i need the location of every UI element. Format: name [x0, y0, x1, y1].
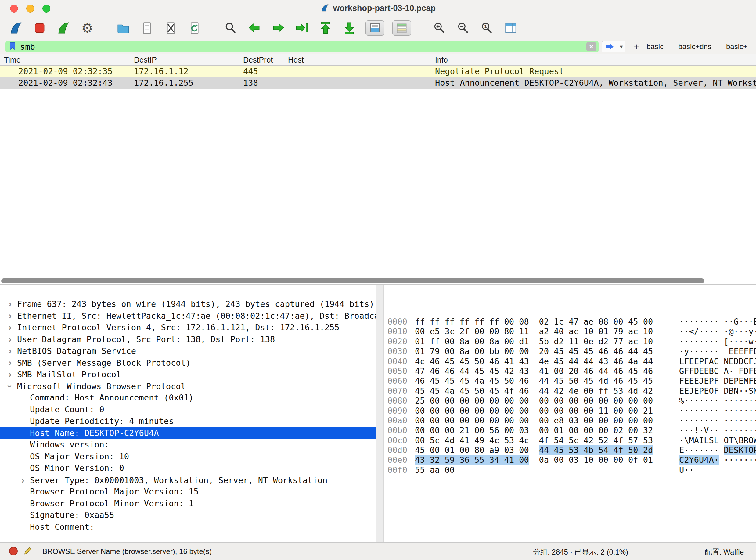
auto-scroll-toggle[interactable] — [392, 20, 411, 36]
detail-row[interactable]: ›Ethernet II, Src: HewlettPacka_1c:47:ae… — [0, 310, 376, 322]
hex-row[interactable]: 009000 00 00 00 00 00 00 00 00 00 00 00 … — [387, 406, 756, 416]
open-file-button[interactable] — [115, 20, 131, 36]
filter-text[interactable]: smb — [20, 42, 582, 52]
hex-row[interactable]: 006046 45 45 45 4a 45 50 46 44 45 50 45 … — [387, 376, 756, 386]
detail-row[interactable]: ›SMB (Server Message Block Protocol) — [0, 357, 376, 369]
detail-row[interactable]: ›Frame 637: 243 bytes on wire (1944 bits… — [0, 298, 376, 310]
twisty-icon[interactable]: › — [4, 379, 16, 393]
hex-row[interactable]: 002001 ff 00 8a 00 8a 00 d1 5b d2 11 0e … — [387, 337, 756, 346]
go-back-button[interactable] — [246, 20, 262, 36]
add-filter-button[interactable]: + — [633, 41, 639, 53]
go-forward-button[interactable] — [270, 20, 286, 36]
status-profile[interactable]: 配置: Waffle — [705, 547, 744, 557]
hex-row[interactable]: 00d045 00 01 00 80 a9 03 00 44 45 53 4b … — [387, 445, 756, 455]
detail-row[interactable]: ›Server Type: 0x00001003, Workstation, S… — [0, 474, 376, 486]
reload-icon — [187, 21, 202, 35]
horizontal-scrollbar-thumb[interactable] — [1, 279, 704, 283]
zoom-out-button[interactable] — [455, 20, 471, 36]
detail-row[interactable]: Browser Protocol Minor Version: 1 — [0, 498, 376, 510]
hex-row[interactable]: 00e043 32 59 36 55 34 41 00 0a 00 03 10 … — [387, 455, 756, 465]
stop-square-icon — [33, 21, 47, 35]
detail-row[interactable]: ›SMB MailSlot Protocol — [0, 368, 376, 380]
hex-row[interactable]: 003001 79 00 8a 00 bb 00 00 20 45 45 45 … — [387, 346, 756, 356]
detail-row[interactable]: ›User Datagram Protocol, Src Port: 138, … — [0, 333, 376, 345]
hex-row[interactable]: 00f055 aa 00U·· — [387, 465, 756, 475]
detail-row[interactable]: OS Minor Version: 0 — [0, 462, 376, 474]
detail-row[interactable]: Host Comment: — [0, 521, 376, 533]
twisty-icon[interactable]: › — [3, 368, 17, 380]
detail-row[interactable]: OS Major Version: 10 — [0, 451, 376, 463]
hex-row[interactable]: 008025 00 00 00 00 00 00 00 00 00 00 00 … — [387, 396, 756, 406]
twisty-icon[interactable]: › — [3, 310, 17, 322]
detail-row[interactable]: ›NetBIOS Datagram Service — [0, 345, 376, 357]
expert-info-icon[interactable] — [9, 547, 18, 556]
filter-preset-basic[interactable]: basic — [646, 42, 663, 51]
packet-cell: 172.16.1.255 — [130, 77, 239, 89]
hex-row[interactable]: 00404c 46 45 45 50 46 41 43 4e 45 44 44 … — [387, 357, 756, 366]
column-header-destprot[interactable]: DestProt — [239, 54, 284, 65]
detail-row[interactable]: Browser Protocol Major Version: 15 — [0, 486, 376, 498]
column-header-host[interactable]: Host — [284, 54, 431, 65]
filter-preset-basic+dns[interactable]: basic+dns — [678, 42, 712, 51]
bookmark-icon[interactable] — [9, 42, 16, 52]
start-capture-button[interactable] — [8, 20, 24, 36]
go-first-packet-button[interactable] — [318, 20, 334, 36]
filter-history-dropdown[interactable]: ▾ — [617, 41, 625, 53]
detail-row[interactable]: ›Microsoft Windows Browser Protocol — [0, 380, 376, 392]
hex-row[interactable]: 001000 e5 3c 2f 00 00 80 11 a2 40 ac 10 … — [387, 327, 756, 336]
restart-capture-button[interactable] — [56, 20, 72, 36]
go-to-packet-button[interactable] — [294, 20, 310, 36]
close-file-button[interactable] — [163, 20, 179, 36]
capture-options-button[interactable]: ⚙ — [79, 20, 95, 36]
twisty-icon[interactable]: › — [16, 474, 30, 486]
hex-row[interactable]: 005047 46 46 44 45 45 42 43 41 00 20 46 … — [387, 366, 756, 376]
twisty-icon[interactable]: › — [3, 298, 17, 310]
detail-row[interactable]: Update Count: 0 — [0, 404, 376, 416]
zoom-100-button[interactable]: 1 — [479, 20, 495, 36]
zoom-in-button[interactable] — [431, 20, 447, 36]
reload-file-button[interactable] — [187, 20, 203, 36]
resize-columns-button[interactable] — [503, 20, 519, 36]
details-scrollbar[interactable] — [376, 284, 384, 542]
twisty-icon[interactable]: › — [3, 345, 17, 357]
packet-details-pane: ›Frame 637: 243 bytes on wire (1944 bits… — [0, 284, 376, 542]
detail-row[interactable]: Update Periodicity: 4 minutes — [0, 416, 376, 427]
hex-row[interactable]: 007045 45 4a 45 50 45 4f 46 44 42 4e 00 … — [387, 386, 756, 396]
column-header-info[interactable]: Info — [431, 54, 756, 65]
hex-offset: 00a0 — [387, 416, 415, 425]
go-last-packet-button[interactable] — [342, 20, 358, 36]
hex-offset: 0030 — [387, 346, 415, 356]
display-filter-input[interactable]: smb × — [5, 41, 599, 53]
arrow-up-line-icon — [319, 21, 333, 35]
detail-row[interactable]: Host Name: DESKTOP-C2Y6U4A — [0, 427, 376, 439]
find-packet-button[interactable] — [223, 20, 239, 36]
clear-filter-button[interactable]: × — [586, 42, 596, 51]
detail-row[interactable]: Command: Host Announcement (0x01) — [0, 392, 376, 404]
hex-row[interactable]: 0000ff ff ff ff ff ff 00 08 02 1c 47 ae … — [387, 317, 756, 327]
save-file-button[interactable] — [139, 20, 155, 36]
twisty-icon[interactable]: › — [3, 357, 17, 369]
detail-row[interactable]: ›Internet Protocol Version 4, Src: 172.1… — [0, 321, 376, 333]
stop-capture-button[interactable] — [32, 20, 47, 36]
packet-row[interactable]: 2021-02-09 02:32:35172.16.1.12445Negotia… — [0, 65, 756, 77]
detail-row[interactable]: Signature: 0xaa55 — [0, 509, 376, 521]
hex-bytes: 01 79 00 8a 00 bb 00 00 20 45 45 45 46 4… — [415, 346, 663, 356]
colorize-packets-toggle[interactable] — [365, 20, 384, 36]
twisty-icon[interactable]: › — [3, 333, 17, 345]
hex-ascii: GFFDEEBC A· FDFEF — [679, 366, 756, 376]
column-header-destip[interactable]: DestIP — [130, 54, 239, 65]
capture-comment-icon[interactable] — [23, 546, 32, 557]
hex-row[interactable]: 00b000 00 00 21 00 56 00 03 00 01 00 00 … — [387, 425, 756, 435]
hex-row[interactable]: 00c000 5c 4d 41 49 4c 53 4c 4f 54 5c 42 … — [387, 436, 756, 445]
detail-text: OS Major Version: 10 — [30, 452, 129, 461]
apply-filter-button[interactable] — [602, 41, 617, 53]
ascii-segment: EEJEPEOF DBN··SMB — [679, 386, 756, 396]
hex-segment: 45 00 01 00 80 a9 03 00 — [415, 445, 539, 455]
packet-row[interactable]: 2021-02-09 02:32:43172.16.1.255138Host A… — [0, 77, 756, 89]
column-header-time[interactable]: Time — [0, 54, 130, 65]
detail-row[interactable]: Windows version: — [0, 439, 376, 451]
hex-row[interactable]: 00a000 00 00 00 00 00 00 00 00 e8 03 00 … — [387, 416, 756, 425]
filter-preset-basic+[interactable]: basic+ — [726, 42, 748, 51]
twisty-icon[interactable]: › — [3, 321, 17, 333]
ascii-segment: E······· — [679, 445, 724, 455]
